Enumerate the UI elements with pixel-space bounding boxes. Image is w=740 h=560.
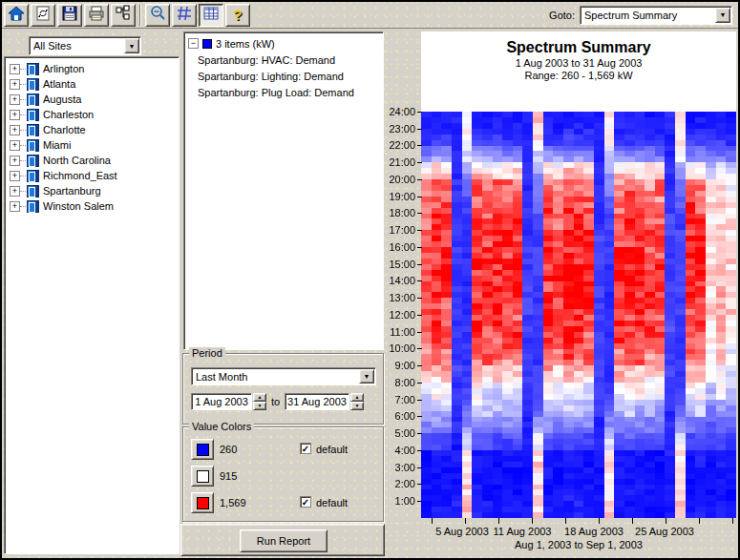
refresh-button[interactable] xyxy=(31,4,55,27)
site-tree-button[interactable] xyxy=(111,4,136,27)
tree-connector xyxy=(20,114,26,115)
zoom-out-button[interactable] xyxy=(145,4,170,27)
tree-connector xyxy=(20,191,26,192)
high-color-button[interactable] xyxy=(191,492,214,513)
period-to-spinner[interactable]: ▲ ▼ xyxy=(350,393,364,410)
y-axis-tick xyxy=(417,247,422,248)
chevron-down-icon[interactable]: ▼ xyxy=(715,8,730,23)
site-label: Richmond_East xyxy=(43,170,117,181)
period-from-spinner[interactable]: ▲ ▼ xyxy=(253,393,266,410)
report-item-label: Spartanburg: Plug Load: Demand xyxy=(198,87,354,98)
value-colors-groupbox: Value Colors 260 ✓ default 915 1,569 ✓ d… xyxy=(182,426,384,522)
save-button[interactable] xyxy=(57,4,82,27)
table-view-button[interactable] xyxy=(199,4,223,27)
goto-combo[interactable]: Spectrum Summary ▼ xyxy=(580,6,732,25)
chevron-down-icon[interactable]: ▼ xyxy=(359,369,374,384)
site-icon xyxy=(27,109,39,121)
report-item-row[interactable]: Spartanburg: HVAC: Demand xyxy=(184,52,383,68)
expand-icon[interactable]: + xyxy=(10,125,20,135)
goto-combo-value: Spectrum Summary xyxy=(581,10,715,21)
sites-filter-combo[interactable]: All Sites ▼ xyxy=(29,36,141,55)
site-tree-row[interactable]: +Charlotte xyxy=(5,122,179,137)
tree-connector xyxy=(20,206,26,207)
low-color-button[interactable] xyxy=(191,439,214,460)
period-title: Period xyxy=(189,347,225,359)
y-axis-tick xyxy=(417,145,422,146)
mid-color-swatch xyxy=(197,470,209,483)
spin-up-icon[interactable]: ▲ xyxy=(253,393,266,402)
period-preset-combo[interactable]: Last Month ▼ xyxy=(191,367,376,385)
y-axis-tick xyxy=(417,450,422,451)
site-tree-row[interactable]: +Charleston xyxy=(5,107,179,122)
high-default-checkbox[interactable]: ✓ xyxy=(300,496,311,508)
y-axis-tick xyxy=(417,298,422,299)
site-label: Augusta xyxy=(43,93,81,105)
expand-icon[interactable]: + xyxy=(10,156,20,166)
y-axis-tick xyxy=(417,348,422,349)
chevron-down-icon[interactable]: ▼ xyxy=(124,38,139,53)
site-tree-row[interactable]: +Augusta xyxy=(5,92,179,107)
spin-down-icon[interactable]: ▼ xyxy=(350,402,364,410)
site-label: North Carolina xyxy=(43,155,111,166)
low-default-label: default xyxy=(316,444,348,455)
site-icon xyxy=(27,63,39,75)
y-axis-tick xyxy=(417,162,422,163)
items-group-row[interactable]: − 3 items (kW) xyxy=(184,35,383,52)
site-tree-row[interactable]: +Spartanburg xyxy=(5,183,179,198)
site-icon xyxy=(27,78,39,91)
y-axis-tick xyxy=(417,179,422,180)
site-tree-row[interactable]: +Atlanta xyxy=(5,76,179,92)
expand-icon[interactable]: + xyxy=(10,94,20,105)
expand-icon[interactable]: + xyxy=(10,140,20,151)
table-view-icon xyxy=(202,5,220,26)
zoom-out-icon xyxy=(149,5,166,26)
site-tree-row[interactable]: +Winston Salem xyxy=(5,198,179,214)
x-axis-tick xyxy=(465,518,466,524)
run-report-button[interactable]: Run Report xyxy=(240,529,328,552)
high-default-label: default xyxy=(316,497,348,508)
y-axis-label: 16:00 xyxy=(383,241,415,253)
site-icon xyxy=(27,139,39,152)
site-icon xyxy=(27,93,39,106)
expand-icon[interactable]: + xyxy=(10,186,20,197)
print-button[interactable] xyxy=(84,4,109,27)
sites-filter-value: All Sites xyxy=(30,40,124,52)
y-axis-tick xyxy=(417,280,422,281)
spin-up-icon[interactable]: ▲ xyxy=(350,393,364,402)
grid-button[interactable] xyxy=(172,4,197,27)
y-axis-label: 7:00 xyxy=(383,394,415,405)
expand-icon[interactable]: + xyxy=(10,79,20,90)
site-icon xyxy=(27,170,39,182)
x-axis-tick xyxy=(532,518,533,524)
site-tree-row[interactable]: +Miami xyxy=(5,137,179,153)
expand-icon[interactable]: + xyxy=(10,201,20,212)
chart-title: Spectrum Summary xyxy=(421,39,736,56)
toolbar-separator xyxy=(139,5,141,26)
expand-icon[interactable]: + xyxy=(10,64,20,74)
collapse-icon[interactable]: − xyxy=(188,38,199,49)
period-to-field[interactable]: 31 Aug 2003 xyxy=(285,393,349,410)
low-value-label: 260 xyxy=(220,444,237,455)
x-axis-tick xyxy=(732,518,733,524)
site-icon xyxy=(27,124,39,136)
site-icon xyxy=(27,200,39,213)
site-tree-row[interactable]: +North Carolina xyxy=(5,153,179,168)
run-report-label: Run Report xyxy=(257,535,310,547)
home-button[interactable] xyxy=(4,4,29,27)
mid-color-button[interactable] xyxy=(191,466,214,487)
site-tree-row[interactable]: +Arlington xyxy=(5,61,179,76)
site-tree-row[interactable]: +Richmond_East xyxy=(5,168,179,183)
goto-label: Goto: xyxy=(549,10,575,21)
expand-icon[interactable]: + xyxy=(10,171,20,181)
tree-connector xyxy=(20,130,26,131)
report-item-row[interactable]: Spartanburg: Plug Load: Demand xyxy=(184,84,383,100)
low-default-checkbox[interactable]: ✓ xyxy=(300,443,311,454)
period-from-field[interactable]: 1 Aug 2003 xyxy=(191,393,252,410)
y-axis-label: 9:00 xyxy=(383,360,415,371)
y-axis-label: 11:00 xyxy=(383,326,415,338)
report-item-row[interactable]: Spartanburg: Lighting: Demand xyxy=(184,68,383,84)
expand-icon[interactable]: + xyxy=(10,110,20,120)
help-button[interactable]: ? xyxy=(225,4,250,27)
spin-down-icon[interactable]: ▼ xyxy=(253,402,266,410)
spectrum-heatmap[interactable] xyxy=(421,112,736,518)
